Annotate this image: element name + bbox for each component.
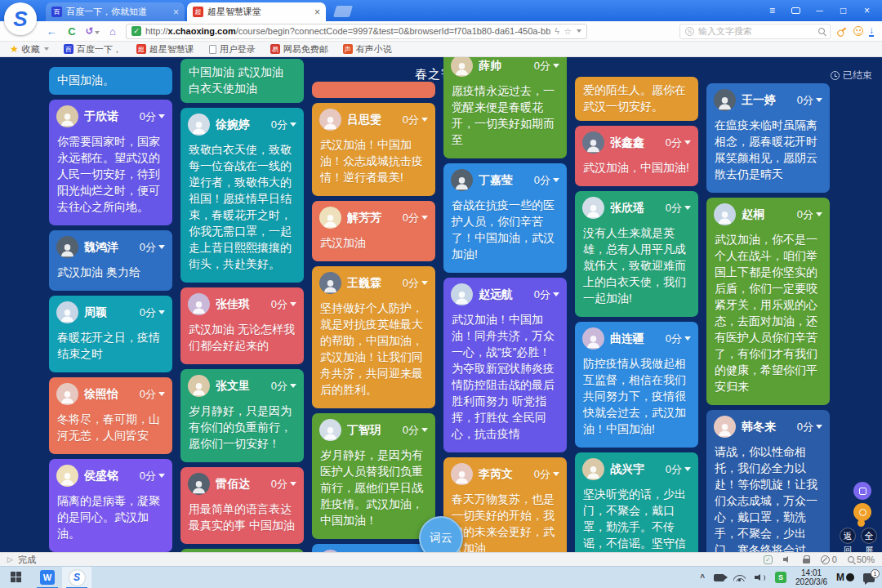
score-dropdown[interactable]: 0分 (271, 297, 296, 312)
download-icon[interactable]: ↓ (869, 26, 874, 37)
home-icon[interactable]: ⌂ (105, 25, 120, 38)
minimize-icon[interactable]: ─ (808, 0, 831, 21)
lightning-icon[interactable]: ϟ (555, 26, 559, 36)
message-card[interactable]: 吕思雯 0分武汉加油！中国加油！众志成城抗击疫情！逆行者最美! (312, 103, 435, 196)
message-card[interactable]: 王巍霖 0分坚持做好个人防护，就是对抗疫英雄最大的帮助，中国加油，武汉加油！让我… (312, 266, 435, 408)
message-card[interactable]: 丁嘉莹 0分奋战在抗疫一些的医护人员，你们辛苦了！中国加油，武汉加油! (443, 163, 567, 273)
score-dropdown[interactable]: 0分 (534, 59, 559, 74)
score-dropdown[interactable]: 0分 (403, 423, 428, 438)
tray-expand-icon[interactable]: ^ (700, 573, 705, 582)
score-dropdown[interactable]: 0分 (403, 276, 428, 291)
ad-block-counter[interactable]: 0 (821, 555, 837, 564)
search-icon[interactable] (818, 28, 825, 34)
back-page-button[interactable]: 返 回 (840, 528, 856, 552)
message-card[interactable]: 徐照怡 0分冬将尽，春可期，山河无恙，人间皆安 (49, 377, 172, 454)
mood-icon[interactable] (853, 26, 863, 36)
taskbar-clock[interactable]: 14:01 2020/3/6 (795, 568, 827, 586)
floating-dot-icon[interactable] (858, 519, 865, 527)
message-card[interactable]: 赵远航 0分武汉加油！中国加油！同舟共济，万众一心，战“疫”必胜！为夺取新冠状肺… (443, 278, 567, 452)
message-card[interactable]: 雷佰达 0分用最简单的语言表达最真实的事 中国加油 (180, 467, 304, 544)
score-dropdown[interactable]: 0分 (271, 379, 296, 394)
back-icon[interactable]: ← (44, 25, 59, 38)
browser-tab[interactable]: 超 超星智慧课堂 × (187, 2, 326, 21)
score-dropdown[interactable]: 0分 (797, 207, 822, 222)
ime-indicator[interactable]: M (836, 572, 854, 583)
taskbar-app-wps[interactable]: W (33, 567, 62, 588)
notification-icon[interactable]: 1 (863, 573, 875, 582)
message-card[interactable]: 解芳芳 0分武汉加油 (312, 201, 435, 261)
refresh-icon[interactable]: C (65, 25, 79, 38)
maximize-icon[interactable]: □ (831, 0, 855, 21)
tray-app-icon[interactable]: S (775, 572, 786, 583)
message-card[interactable]: 中国加油。 (49, 67, 172, 95)
message-card[interactable]: 魏鸿洋 0分武汉加油 奥力给 (49, 230, 172, 291)
message-card[interactable]: 薛帅 0分愿疫情永远过去，一觉醒来便是春暖花开，一切美好如期而至 (443, 57, 567, 158)
score-dropdown[interactable]: 0分 (666, 462, 691, 477)
volume-icon[interactable] (755, 573, 766, 582)
score-dropdown[interactable]: 0分 (140, 305, 165, 320)
score-dropdown[interactable]: 0分 (271, 118, 296, 132)
score-dropdown[interactable]: 0分 (797, 93, 822, 108)
tab-close-icon[interactable]: × (173, 7, 179, 18)
mute-icon[interactable] (783, 556, 792, 564)
wifi-icon[interactable] (733, 573, 746, 581)
close-icon[interactable]: × (855, 0, 879, 21)
skin-icon[interactable] (784, 0, 808, 21)
message-card[interactable]: 王一婷 0分在瘟疫来临时虽隔离相念，愿春暖花开时展笑颜相见，愿阴云散去仍是晴天 (706, 83, 830, 193)
tab-close-icon[interactable]: × (314, 7, 320, 18)
bookmark-item[interactable]: 用户登录 (209, 43, 256, 56)
message-card[interactable]: 侯盛铭 0分隔离的是病毒，凝聚的是同心。武汉加油。 (49, 459, 172, 552)
score-dropdown[interactable]: 0分 (666, 136, 691, 150)
start-button[interactable] (0, 567, 33, 588)
message-card[interactable] (180, 549, 304, 552)
message-card[interactable] (312, 82, 435, 98)
password-key-icon[interactable] (834, 23, 850, 39)
bookmark-star-icon[interactable]: ☆ (564, 26, 572, 37)
bookmark-item[interactable]: 声有声小说 (343, 43, 392, 56)
undo-icon[interactable]: ↺ (85, 25, 100, 37)
message-card[interactable]: 战兴宇 0分坚决听党的话，少出门，不聚会，戴口罩，勤洗手。不传谣，不信谣。坚守信… (575, 452, 698, 552)
bookmark-item[interactable]: 百百度一下， (64, 43, 122, 56)
url-input[interactable]: ✓ http://x.chaoxing.com/course/begin?con… (126, 24, 587, 39)
message-card[interactable]: 徐婉婷 0分致敬白衣天使，致敬每一位奋战在一线的逆行者，致敬伟大的祖国！愿疫情早… (180, 108, 304, 283)
message-card[interactable]: 臧益慧 0分万众一心，众志成城! (312, 544, 435, 552)
score-dropdown[interactable]: 0分 (140, 469, 165, 483)
score-dropdown[interactable]: 0分 (534, 467, 559, 482)
taskbar-app-browser[interactable]: S (62, 567, 91, 588)
message-card[interactable]: 张佳琪 0分武汉加油 无论怎样我们都会好起来的 (180, 287, 304, 364)
message-card[interactable]: 中国加油 武汉加油 白衣天使加油 (180, 59, 304, 103)
lock-icon[interactable] (803, 559, 810, 564)
favorites-button[interactable]: ★ 收藏 (10, 43, 49, 56)
browser-tab[interactable]: 百 百度一下，你就知道 × (46, 2, 185, 21)
safety-check-icon[interactable]: ✓ (764, 555, 773, 564)
menu-icon[interactable]: ≡ (760, 0, 784, 21)
message-card[interactable]: 曲连疆 0分防控疫情从我做起相互监督，相信在我们共同努力下，疫情很快就会过去，武… (575, 322, 698, 448)
score-dropdown[interactable]: 0分 (797, 420, 822, 434)
message-card[interactable]: 周颖 0分春暖花开之日，疫情结束之时 (49, 296, 172, 372)
message-card[interactable]: 爱的陌生人。愿你在武汉一切安好。 (575, 77, 698, 121)
score-dropdown[interactable]: 0分 (403, 113, 428, 127)
bookmark-item[interactable]: 超超星智慧课 (136, 43, 194, 56)
score-dropdown[interactable]: 0分 (534, 287, 559, 302)
floating-reward-icon[interactable] (853, 503, 871, 521)
fullscreen-button[interactable]: 全 屏 (861, 528, 877, 552)
bookmark-item[interactable]: 易网易免费邮 (270, 43, 328, 56)
message-card[interactable]: 张鑫鑫 0分武汉加油，中国加油! (575, 126, 698, 186)
browser-logo-icon[interactable]: S (4, 2, 37, 35)
message-card[interactable]: 张文里 0分岁月静好，只是因为有你们的负重前行，愿你们一切安好！ (180, 369, 304, 462)
message-card[interactable]: 于欣诺 0分你需要国家时，国家永远都在。望武汉的人民一切安好，待到阳光灿烂之时，… (49, 100, 172, 225)
message-card[interactable]: 丁智玥 0分岁月静好，是因为有医护人员替我们负重前行，愿他们早日战胜疫情。武汉加… (312, 413, 435, 539)
search-input[interactable]: S 输入文字搜索 (679, 24, 831, 39)
score-dropdown[interactable]: 0分 (666, 201, 691, 216)
score-dropdown[interactable]: 0分 (403, 211, 428, 225)
message-card[interactable]: 张欣瑶 0分没有人生来就是英雄，总有人用平凡成就伟大，致敬迎难而上的白衣天使，我… (575, 191, 698, 317)
floating-tool-icon[interactable] (853, 482, 871, 500)
score-dropdown[interactable]: 0分 (534, 173, 559, 188)
message-card[interactable]: 韩冬来 0分请战，你以性命相托，我们必全力以赴！等你凯旋！让我们众志成城，万众一… (706, 410, 830, 552)
score-dropdown[interactable]: 0分 (271, 477, 296, 492)
zoom-control[interactable]: 50% (848, 555, 875, 564)
message-card[interactable]: 赵桐 0分武汉加油，你不是一个人在战斗，咱们举国上下都是你坚实的后盾，你们一定要… (706, 198, 830, 405)
score-dropdown[interactable]: 0分 (666, 332, 691, 346)
score-dropdown[interactable]: 0分 (140, 387, 165, 402)
camera-icon[interactable] (714, 574, 724, 581)
